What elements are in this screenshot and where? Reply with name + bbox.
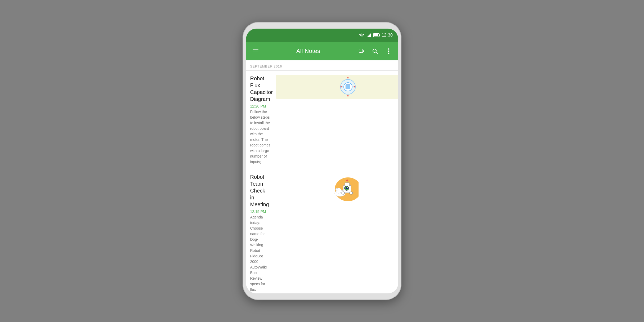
svg-point-7	[388, 53, 389, 54]
note-item-1[interactable]: Robot Flux Capacitor Diagram 12:20 PM Fo…	[246, 71, 398, 169]
note-preview-1: 12:20 PM Follow the below steps to insta…	[250, 104, 273, 165]
note-time-2: 12:15 PM	[250, 209, 266, 214]
search-icon	[372, 48, 378, 54]
svg-point-32	[342, 192, 345, 194]
status-bar: 12:30	[246, 29, 398, 42]
svg-point-33	[350, 192, 353, 194]
sync-icon	[358, 48, 364, 54]
svg-point-0	[361, 37, 362, 37]
note-thumbnail-1	[276, 75, 398, 99]
note-preview-2: 12:15 PM Agenda today: Choose name for D…	[250, 209, 269, 293]
more-icon	[388, 48, 390, 54]
app-bar: All Notes	[246, 42, 398, 60]
more-options-button[interactable]	[384, 46, 393, 56]
note-text-2: Robot Team Check-in Meeting 12:15 PM Age…	[250, 173, 269, 293]
note-item-2[interactable]: Robot Team Check-in Meeting 12:15 PM Age…	[246, 169, 398, 293]
svg-point-24	[347, 95, 348, 97]
svg-point-23	[354, 86, 355, 88]
svg-rect-11	[346, 85, 350, 89]
svg-point-22	[347, 77, 348, 79]
note-time-1: 12:20 PM	[250, 104, 266, 108]
status-time: 12:30	[382, 33, 393, 38]
phone-screen: 12:30 All Notes	[246, 29, 398, 293]
note-text-1: Robot Flux Capacitor Diagram 12:20 PM Fo…	[250, 75, 273, 165]
sync-button[interactable]	[356, 46, 366, 56]
svg-point-31	[347, 187, 348, 188]
note-title-1: Robot Flux Capacitor Diagram	[250, 75, 273, 102]
svg-point-25	[340, 86, 342, 88]
note-thumbnail-2	[272, 173, 398, 203]
note-title-2: Robot Team Check-in Meeting	[250, 173, 269, 208]
svg-point-38	[336, 188, 338, 190]
svg-point-6	[388, 51, 389, 52]
battery-icon	[373, 33, 379, 37]
notes-list: SEPTEMBER 2016 Robot Flux Capacitor Diag…	[246, 60, 398, 293]
svg-point-5	[388, 48, 389, 50]
app-bar-title: All Notes	[265, 48, 352, 55]
section-header: SEPTEMBER 2016	[246, 60, 398, 71]
phone-wrapper: 12:30 All Notes	[243, 22, 401, 300]
svg-line-4	[376, 52, 378, 54]
menu-button[interactable]	[251, 46, 260, 56]
svg-marker-1	[367, 33, 371, 37]
svg-point-36	[346, 180, 348, 181]
search-button[interactable]	[370, 46, 380, 56]
wifi-icon	[359, 33, 365, 37]
note-body-2: Agenda today: Choose name for Dog-Walkin…	[250, 215, 267, 293]
status-icons: 12:30	[359, 33, 393, 38]
signal-icon	[367, 33, 371, 37]
svg-rect-34	[345, 183, 350, 186]
note-body-1: Follow the below steps to install the ro…	[250, 110, 271, 164]
